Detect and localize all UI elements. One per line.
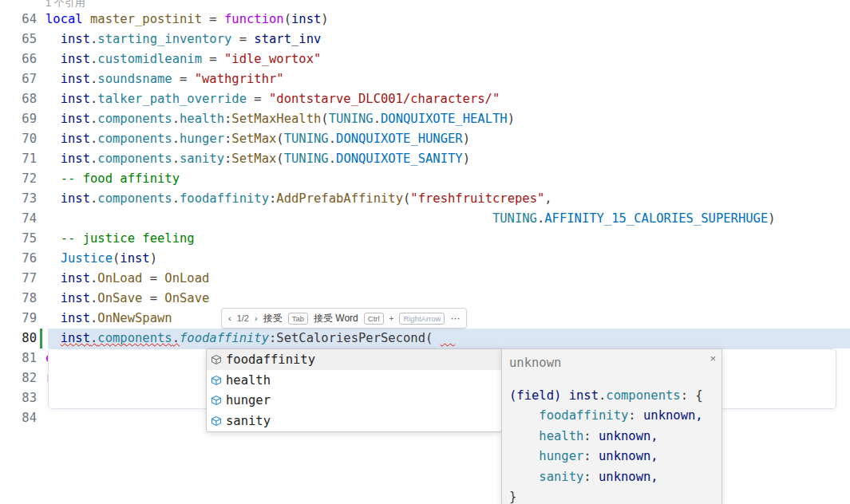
line-number: 72 <box>0 169 37 189</box>
line-number: 77 <box>0 269 37 289</box>
next-suggestion-button[interactable]: › <box>255 313 258 323</box>
previous-suggestion-button[interactable]: ‹ <box>228 313 231 323</box>
details-line: hunger: unknown, <box>509 447 722 467</box>
line-number: 74 <box>0 209 37 229</box>
details-line: health: unknown, <box>509 427 722 447</box>
code-line[interactable]: inst.talker_path_override = "dontstarve_… <box>45 89 850 109</box>
line-number: 66 <box>0 49 37 69</box>
code-line[interactable]: local master_postinit = function(inst) <box>45 10 850 30</box>
field-icon <box>210 394 223 407</box>
code-line[interactable]: inst.OnSave = OnSave <box>45 289 850 309</box>
line-number: 64 <box>0 10 37 30</box>
more-actions-button[interactable]: ··· <box>450 313 460 324</box>
line-number: 73 <box>0 189 37 209</box>
code-line[interactable]: inst.components.health:SetMaxHealth(TUNI… <box>45 109 850 129</box>
rightarrow-key-badge: RightArrow <box>399 313 445 325</box>
code-line[interactable]: inst.customidleanim = "idle_wortox" <box>45 49 850 69</box>
code-line[interactable]: -- justice feeling <box>45 229 850 249</box>
line-number: 75 <box>0 229 37 249</box>
line-number: 71 <box>0 149 37 169</box>
details-line: } <box>509 487 722 504</box>
code-line[interactable]: inst.components.sanity:SetMax(TUNING.DON… <box>45 149 850 169</box>
accept-button[interactable]: 接受 <box>263 312 283 325</box>
line-number: 70 <box>0 129 37 149</box>
code-line[interactable]: TUNING.AFFINITY_15_CALORIES_SUPERHUGE) <box>45 209 850 229</box>
autocomplete-details-panel: unknown × (field) inst.components: { foo… <box>501 348 722 504</box>
gutter: 6465666768697071727374757677787980818283… <box>0 10 37 428</box>
line-number: 76 <box>0 249 37 269</box>
details-body: (field) inst.components: { foodaffinity:… <box>509 386 722 504</box>
code-line[interactable]: inst.components.foodaffinity:SetCalories… <box>45 329 850 348</box>
line-number: 67 <box>0 69 37 89</box>
suggest-item-foodaffinity[interactable]: foodaffinity <box>207 349 501 370</box>
details-line: (field) inst.components: { <box>509 386 722 406</box>
suggest-item-health[interactable]: health <box>207 370 501 391</box>
code-editor: 1 个引用 6465666768697071727374757677787980… <box>0 0 850 504</box>
close-icon[interactable]: × <box>710 352 716 364</box>
line-number: 81 <box>0 348 37 368</box>
line-number: 79 <box>0 309 37 329</box>
line-number: 65 <box>0 30 37 49</box>
suggest-item-hunger[interactable]: hunger <box>207 390 501 411</box>
code-line[interactable]: inst.components.hunger:SetMax(TUNING.DON… <box>45 129 850 149</box>
code-line[interactable]: inst.OnLoad = OnLoad <box>45 269 850 289</box>
line-number: 68 <box>0 89 37 109</box>
suggestion-counter: 1/2 <box>237 313 249 323</box>
line-number: 84 <box>0 408 37 428</box>
details-line: sanity: unknown, <box>509 467 722 487</box>
code-line[interactable]: inst.soundsname = "wathgrithr" <box>45 69 850 89</box>
code-line[interactable]: Justice(inst) <box>45 249 850 269</box>
inline-suggestion-toolbar: ‹ 1/2 › 接受 Tab 接受 Word Ctrl + RightArrow… <box>221 308 467 329</box>
code-line[interactable]: inst.starting_inventory = start_inv <box>45 30 850 49</box>
line-number: 80 <box>0 329 37 348</box>
field-icon <box>210 353 223 366</box>
ctrl-key-badge: Ctrl <box>364 313 384 325</box>
field-icon <box>210 415 223 427</box>
details-line: foodaffinity: unknown, <box>509 406 722 426</box>
git-added-gutter-bar <box>40 329 42 348</box>
accept-word-button[interactable]: 接受 Word <box>314 312 358 325</box>
plus-separator: + <box>389 314 394 323</box>
field-icon <box>210 374 223 387</box>
tab-key-badge: Tab <box>288 313 308 325</box>
line-number: 78 <box>0 289 37 309</box>
autocomplete-list: foodaffinityhealthhungersanity <box>206 348 502 432</box>
line-number: 82 <box>0 368 37 388</box>
suggest-item-label: health <box>226 373 271 388</box>
code-line[interactable]: inst.components.foodaffinity:AddPrefabAf… <box>45 189 850 209</box>
suggest-item-label: foodaffinity <box>226 352 315 367</box>
suggest-item-sanity[interactable]: sanity <box>207 411 501 431</box>
line-number: 69 <box>0 109 37 129</box>
suggest-item-label: hunger <box>226 393 271 408</box>
line-number: 83 <box>0 388 37 408</box>
code-line[interactable]: -- food affinity <box>45 169 850 189</box>
suggest-item-label: sanity <box>226 414 271 428</box>
details-title: unknown <box>509 356 561 370</box>
codelens-references[interactable]: 1 个引用 <box>45 0 85 7</box>
